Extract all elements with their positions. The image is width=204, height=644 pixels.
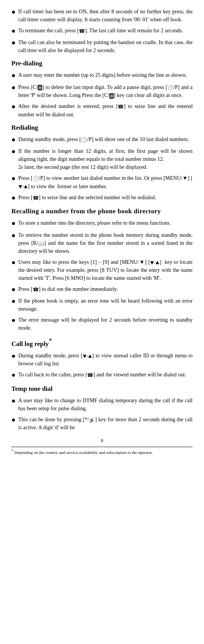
list-item: ● Users may like to press the keys [1] –… [11, 258, 193, 282]
tone-icon: 🔊 [89, 416, 95, 424]
bullet-dot: ● [11, 135, 18, 144]
bullet-dot: ● [11, 71, 18, 80]
list-item: ● The error message will be displayed fo… [11, 316, 193, 332]
bullet-text: If the number is longer than 12 digits, … [18, 147, 193, 171]
recalling-section: Recalling a number from the phone book d… [11, 208, 193, 332]
rbook-icon: 📖 [38, 240, 44, 247]
intro-bullet-list: ● If call timer has been set to ON, then… [11, 8, 193, 54]
list-item: ● If call timer has been set to ON, then… [11, 8, 193, 24]
list-item: ● This can be done by pressing [*/🔊] key… [11, 416, 193, 432]
list-item: ● During standby mode, press [⯆/⯅] to vi… [11, 352, 193, 368]
footnote-text: Depending on the country and service ava… [14, 450, 153, 455]
list-item: ● Press [C/⊗] to delete the last input d… [11, 83, 193, 100]
list-item: ● A user may like to change to DTMF dial… [11, 397, 193, 412]
list-item: ● A user may enter the number (up to 25 … [11, 71, 193, 80]
list-item: ● If the phone book is empty, an error t… [11, 297, 193, 313]
bullet-dot: ● [11, 194, 18, 202]
list-item: ● Press [☎] to dial out the number immed… [11, 285, 193, 294]
bullet-text: Users may like to press the keys [1] – [… [18, 258, 193, 282]
redialing-list: ● During standby mode, press [🕐/P] will … [11, 135, 193, 202]
bullet-dot: ● [11, 147, 18, 156]
bullet-dot: ● [11, 416, 18, 424]
footnote: * Depending on the country and service a… [11, 447, 193, 455]
call-log-reply-section: Call log reply* ● During standby mode, p… [11, 337, 193, 379]
bullet-dot: ● [11, 297, 18, 306]
temp-tone-dial-list: ● A user may like to change to DTMF dial… [11, 397, 193, 432]
bullet-text: If call timer has been set to ON, then a… [18, 8, 193, 24]
pre-dialing-heading: Pre-dialing [11, 60, 193, 67]
bullet-text: Press [C/⊗] to delete the last input dig… [18, 83, 193, 100]
asterisk-sup: * [49, 337, 52, 345]
bullet-dot: ● [11, 8, 18, 16]
clock-icon: 🕐 [167, 84, 174, 92]
bullet-text: A user may like to change to DTMF dialin… [18, 397, 193, 412]
list-item: ● To retrieve the number stored in the p… [11, 231, 193, 255]
hook-icon-3: ☎ [33, 194, 39, 202]
bullet-dot: ● [11, 102, 18, 111]
hook-icon-2: ☎ [118, 103, 124, 111]
bullet-dot: ● [11, 258, 18, 267]
bullet-dot: ● [11, 38, 18, 47]
clock-icon-3: 🕐 [33, 175, 39, 182]
hook-icon-5: ☎ [87, 371, 93, 379]
bullet-text: The call can also be terminated by putti… [18, 38, 193, 54]
updown-icon: ⯆/⯅ [18, 184, 28, 190]
bullet-dot: ● [11, 219, 18, 228]
bullet-dot: ● [11, 316, 18, 325]
bullet-dot: ● [11, 397, 18, 405]
bullet-text: Press [☎] to seize line and the selected… [18, 194, 193, 202]
cx-icon: ⊗ [38, 85, 42, 90]
bullet-text: The error message will be displayed for … [18, 316, 193, 332]
bullet-text: During standby mode, press [🕐/P] will sh… [18, 135, 193, 144]
bullet-dot: ● [11, 231, 18, 240]
list-item: ● The call can also be terminated by put… [11, 38, 193, 54]
list-item: ● If the number is longer than 12 digits… [11, 147, 193, 171]
pre-dialing-list: ● A user may enter the number (up to 25 … [11, 71, 193, 118]
list-item: ● After the desired number is entered, p… [11, 102, 193, 119]
bullet-text: To terminate the call, press [☎]. The la… [18, 27, 193, 35]
recalling-heading: Recalling a number from the phone book d… [11, 208, 193, 215]
bullet-dot: ● [11, 27, 18, 35]
bullet-text: To store a number into the directory, pl… [18, 219, 193, 227]
list-item: ● During standby mode, press [🕐/P] will … [11, 135, 193, 144]
bullet-text: After the desired number is entered, pre… [18, 102, 193, 119]
page-number: 8 [11, 438, 193, 444]
bullet-text: During standby mode, press [⯆/⯅] to view… [18, 352, 193, 368]
hook-icon: ☎ [79, 27, 85, 35]
redialing-section: Redialing ● During standby mode, press [… [11, 124, 193, 202]
bullet-text: Press [☎] to dial out the number immedia… [18, 285, 193, 293]
bullet-text: If the phone book is empty, an error ton… [18, 297, 193, 313]
bullet-text: To call back to the caller, press [☎] an… [18, 371, 193, 379]
call-log-reply-heading: Call log reply* [11, 337, 193, 348]
bullet-dot: ● [11, 83, 18, 92]
list-item: ● To call back to the caller, press [☎] … [11, 371, 193, 379]
footnote-asterisk: * [11, 449, 13, 453]
bullet-text: Press [🕐/P] to view another last dialed … [18, 174, 193, 190]
recalling-list: ● To store a number into the directory, … [11, 219, 193, 332]
temp-tone-dial-section: Temp tone dial ● A user may like to chan… [11, 385, 193, 432]
redialing-heading: Redialing [11, 124, 193, 132]
bullet-dot: ● [11, 285, 18, 294]
temp-tone-dial-heading: Temp tone dial [11, 385, 193, 393]
intro-section: ● If call timer has been set to ON, then… [11, 8, 193, 54]
pre-dialing-section: Pre-dialing ● A user may enter the numbe… [11, 60, 193, 118]
bullet-text: To retrieve the number stored in the pho… [18, 231, 193, 255]
updown-icon-3: ⯆/⯅ [83, 353, 92, 360]
list-item: ● Press [☎] to seize line and the select… [11, 194, 193, 202]
clock-icon-2: 🕐 [81, 136, 87, 144]
bullet-dot: ● [11, 174, 18, 183]
list-item: ● To store a number into the directory, … [11, 219, 193, 228]
hook-icon-4: ☎ [33, 286, 39, 293]
bullet-text: A user may enter the number (up to 25 di… [18, 71, 193, 79]
bullet-dot: ● [11, 371, 18, 379]
list-item: ● To terminate the call, press [☎]. The … [11, 27, 193, 35]
bullet-dot: ● [11, 352, 18, 360]
bullet-text: This can be done by pressing [*/🔊] key f… [18, 416, 193, 432]
list-item: ● Press [🕐/P] to view another last diale… [11, 174, 193, 190]
call-log-reply-list: ● During standby mode, press [⯆/⯅] to vi… [11, 352, 193, 379]
cx-icon-2: ⊗ [109, 93, 114, 99]
updown-icon-2: ⯆/⯅ [150, 260, 159, 266]
